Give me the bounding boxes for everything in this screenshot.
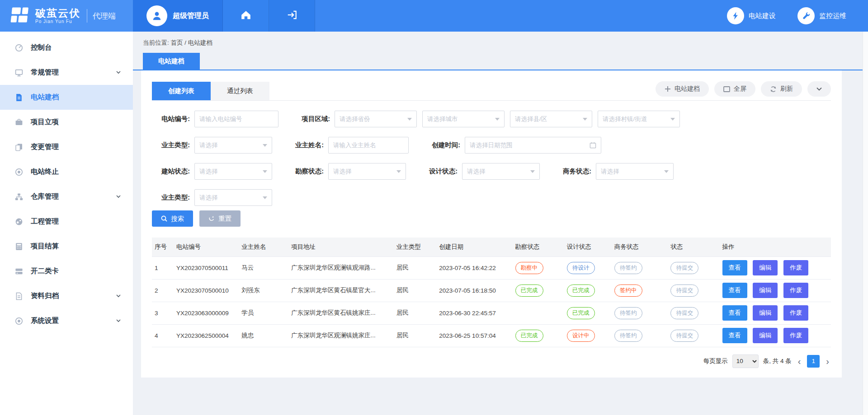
station-no-input[interactable]	[194, 111, 278, 127]
logout-button[interactable]	[269, 0, 315, 32]
design-status-badge: 待设计	[567, 262, 595, 274]
breadcrumb: 当前位置: 首页 / 电站建档	[133, 32, 863, 47]
sidebar-item-project-initiation[interactable]: 项目立项	[0, 110, 133, 135]
tab-created-list[interactable]: 创建列表	[152, 82, 211, 100]
sidebar-item-warehouse-mgmt[interactable]: 仓库管理	[0, 184, 133, 209]
void-button[interactable]: 作废	[783, 328, 808, 343]
province-select[interactable]: 请选择省份	[335, 111, 417, 127]
tab-passed-list[interactable]: 通过列表	[211, 82, 269, 100]
build-status-select[interactable]: 请选择	[194, 163, 272, 180]
next-page-button[interactable]: ›	[824, 357, 831, 366]
owner-type-select[interactable]: 请选择	[194, 137, 272, 154]
design-status-select[interactable]: 请选择	[462, 163, 540, 180]
card-icon	[14, 267, 24, 276]
user-icon	[151, 10, 163, 22]
chevron-down-icon	[116, 193, 121, 201]
sidebar-item-engineering-mgmt[interactable]: 工程管理	[0, 209, 133, 234]
filter-owner-name: 业主姓名:	[286, 137, 409, 154]
filter-region: 项目区域: 请选择省份 请选择城市	[292, 111, 680, 127]
status-badge: 待提交	[670, 262, 698, 274]
search-button[interactable]: 搜索	[152, 210, 193, 227]
edit-button[interactable]: 编辑	[753, 328, 778, 343]
per-page-select[interactable]: 10	[732, 354, 759, 368]
table-row: 3 YX2023063000009 学员 广东深圳龙华区黄石镇姚家庄... 居民…	[152, 302, 831, 324]
list-tabs: 创建列表 通过列表	[152, 82, 269, 100]
business-status-badge: 待签约	[614, 262, 642, 274]
edit-button[interactable]: 编辑	[753, 260, 778, 275]
design-status-badge: 已完成	[567, 307, 595, 319]
filter-owner-type-2: 业主类型: 请选择	[152, 189, 272, 206]
reset-button[interactable]: 重置	[199, 210, 241, 227]
caret-down-icon	[670, 118, 675, 121]
sidebar-item-station-termination[interactable]: 电站终止	[0, 159, 133, 184]
plus-icon	[665, 86, 671, 92]
divider	[87, 9, 87, 23]
portal-label: 代理端	[93, 11, 116, 21]
document-icon	[14, 93, 24, 102]
status-badge: 待提交	[670, 330, 698, 342]
sidebar-item-console[interactable]: 控制台	[0, 35, 133, 60]
filter-business-status: 商务状态: 请选择	[553, 163, 674, 180]
sidebar-item-change-mgmt[interactable]: 变更管理	[0, 135, 133, 159]
view-button[interactable]: 查看	[722, 328, 747, 343]
breadcrumb-prefix: 当前位置:	[143, 39, 169, 46]
survey-status-select[interactable]: 请选择	[328, 163, 406, 180]
monitor-icon	[14, 68, 24, 77]
owner-type-2-select[interactable]: 请选择	[194, 189, 272, 206]
survey-status-badge: 勘察中	[515, 262, 543, 274]
date-range-picker[interactable]: 请选择日期范围	[465, 137, 601, 154]
collapse-button[interactable]	[807, 81, 831, 97]
page-tab-station-archive[interactable]: 电站建档	[143, 53, 200, 70]
filter-build-status: 建站状态: 请选择	[152, 163, 272, 180]
city-select[interactable]: 请选择城市	[422, 111, 505, 127]
avatar	[146, 5, 167, 26]
pagination: 每页显示 10 条, 共 4 条 ‹ 1 ›	[152, 354, 831, 368]
nav-label: 监控运维	[819, 12, 846, 20]
user-menu[interactable]: 超级管理员	[133, 0, 223, 32]
fullscreen-button[interactable]: 全屏	[714, 81, 755, 97]
breadcrumb-home-link[interactable]: 首页	[171, 39, 183, 46]
caret-down-icon	[495, 118, 500, 121]
chevron-down-icon	[116, 317, 121, 325]
view-button[interactable]: 查看	[722, 305, 747, 321]
void-button[interactable]: 作废	[783, 283, 808, 298]
status-badge: 待提交	[670, 307, 698, 319]
sidebar-item-project-settlement[interactable]: 项目结算	[0, 234, 133, 259]
design-status-badge: 设计中	[567, 330, 595, 342]
nav-monitor-ops[interactable]: 监控运维	[797, 0, 846, 32]
sidebar-item-system-settings[interactable]: 系统设置	[0, 308, 133, 333]
view-button[interactable]: 查看	[722, 260, 747, 275]
void-button[interactable]: 作废	[783, 305, 808, 321]
user-name: 超级管理员	[173, 11, 209, 21]
content-card: 创建列表 通过列表 电站建档 全屏	[141, 70, 842, 378]
town-select[interactable]: 请选择村镇/街道	[598, 111, 680, 127]
sidebar-item-open-type2-card[interactable]: 开二类卡	[0, 259, 133, 284]
refresh-button[interactable]: 刷新	[761, 81, 802, 97]
sidebar-item-station-archive[interactable]: 电站建档	[0, 85, 133, 110]
edit-button[interactable]: 编辑	[753, 305, 778, 321]
view-button[interactable]: 查看	[722, 283, 747, 298]
edit-button[interactable]: 编辑	[753, 283, 778, 298]
county-select[interactable]: 请选择县/区	[510, 111, 592, 127]
filter-design-status: 设计状态: 请选择	[420, 163, 540, 180]
sidebar-item-data-archive[interactable]: 资料归档	[0, 284, 133, 308]
filter-survey-status: 勘察状态: 请选择	[286, 163, 406, 180]
fullscreen-icon	[723, 86, 730, 92]
prev-page-button[interactable]: ‹	[796, 357, 803, 366]
create-station-archive-button[interactable]: 电站建档	[656, 81, 709, 97]
owner-name-input[interactable]	[328, 137, 409, 154]
home-button[interactable]	[223, 0, 269, 32]
page-number-button[interactable]: 1	[807, 355, 820, 368]
chevron-down-icon	[116, 292, 121, 300]
nav-station-build[interactable]: 电站建设	[727, 0, 776, 32]
business-status-select[interactable]: 请选择	[596, 163, 674, 180]
app-root: 破茧云伏 Po Jian Yun Fu 代理端 超级管理员	[0, 0, 868, 415]
caret-down-icon	[583, 118, 587, 121]
void-button[interactable]: 作废	[783, 260, 808, 275]
brand-subtitle: Po Jian Yun Fu	[35, 19, 80, 24]
status-badge: 待提交	[670, 284, 698, 297]
sidebar: 控制台 常规管理	[0, 32, 133, 415]
scrollbar[interactable]	[863, 32, 868, 415]
sidebar-item-general-mgmt[interactable]: 常规管理	[0, 60, 133, 85]
nav-label: 电站建设	[749, 12, 776, 20]
